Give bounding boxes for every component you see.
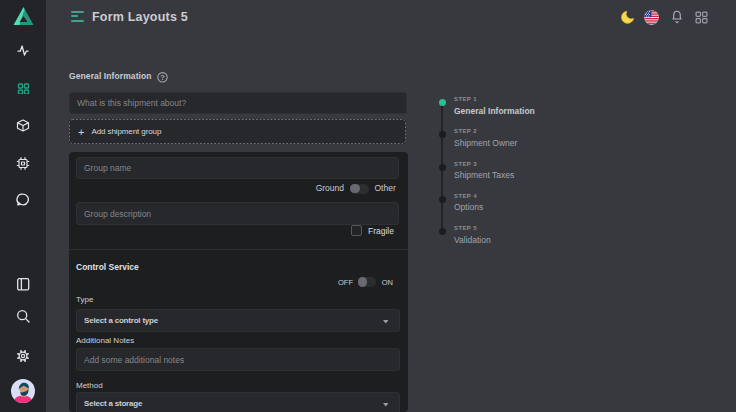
svg-text:?: ?	[160, 73, 165, 82]
